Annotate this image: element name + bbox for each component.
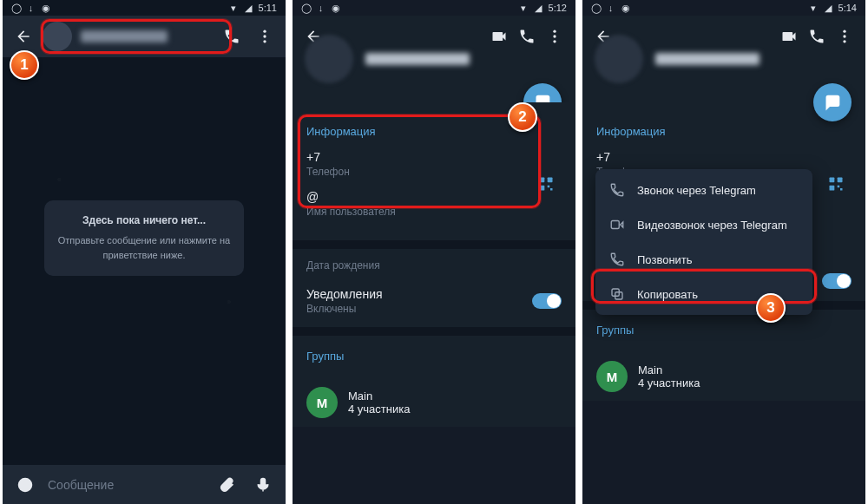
more-button[interactable] (831, 23, 858, 50)
empty-body: Отправьте сообщение или нажмите на приве… (56, 233, 232, 262)
svg-point-15 (843, 30, 845, 33)
groups-title: Группы (306, 350, 562, 363)
screen-chat: ◯ ↓ ◉ ▾ ◢ 5:11 Здесь пока ничего нет... … (3, 0, 286, 504)
svg-rect-19 (838, 178, 843, 183)
clock-text: 5:14 (838, 3, 857, 13)
attach-button[interactable] (213, 471, 240, 499)
notifications-toggle[interactable] (822, 273, 852, 289)
qr-button[interactable] (825, 173, 846, 194)
svg-rect-13 (548, 186, 550, 188)
video-call-button[interactable] (775, 23, 803, 50)
username-value: @ (306, 190, 562, 204)
username-row[interactable]: @ Имя пользователя (306, 190, 562, 218)
svg-rect-22 (840, 188, 843, 191)
more-button[interactable] (541, 23, 569, 50)
whatsapp-icon: ◯ (591, 3, 601, 13)
download-icon: ↓ (316, 3, 326, 13)
wifi-icon: ▾ (229, 3, 239, 13)
notifications-toggle[interactable] (532, 293, 562, 309)
context-menu: Звонок через Telegram Видеозвонок через … (595, 169, 812, 315)
empty-state-card[interactable]: Здесь пока ничего нет... Отправьте сообщ… (44, 200, 244, 276)
avatar[interactable] (305, 35, 353, 83)
chat-title-area[interactable] (43, 22, 213, 51)
ctx-label: Позвонить (637, 253, 693, 266)
back-button[interactable] (10, 23, 37, 50)
svg-point-9 (553, 40, 556, 43)
svg-point-0 (263, 30, 266, 33)
notifications-row[interactable]: Уведомления Включены (293, 275, 575, 327)
screen-context-menu: ◯ ↓ ◉ ▾ ◢ 5:14 (582, 0, 865, 504)
svg-point-16 (843, 35, 845, 37)
message-fab[interactable] (813, 83, 852, 121)
svg-point-3 (19, 478, 32, 491)
chat-body: Здесь пока ничего нет... Отправьте сообщ… (3, 57, 286, 465)
divider (293, 240, 575, 249)
viber-icon: ◉ (41, 3, 50, 13)
video-call-button[interactable] (485, 23, 513, 50)
group-avatar: M (596, 361, 628, 392)
ctx-label: Звонок через Telegram (637, 184, 756, 197)
contact-name-blurred (81, 30, 168, 43)
phone-value: +7 (306, 150, 562, 164)
groups-section: Группы (293, 336, 575, 378)
svg-point-2 (263, 40, 266, 43)
svg-rect-14 (550, 188, 553, 191)
divider (293, 327, 575, 336)
ctx-label: Копировать (637, 288, 698, 301)
avatar (43, 22, 72, 51)
signal-icon: ◢ (534, 3, 543, 13)
svg-rect-21 (838, 186, 840, 188)
svg-rect-23 (611, 221, 619, 229)
group-row[interactable]: M Main 4 участника (293, 378, 575, 427)
more-button[interactable] (251, 23, 279, 50)
groups-section: Группы (582, 310, 865, 352)
group-members: 4 участника (348, 403, 410, 416)
whatsapp-icon: ◯ (11, 3, 21, 13)
qr-button[interactable] (536, 173, 556, 194)
group-row[interactable]: M Main 4 участника (582, 352, 865, 401)
svg-point-7 (553, 30, 556, 33)
status-bar: ◯ ↓ ◉ ▾ ◢ 5:11 (3, 0, 286, 16)
svg-point-17 (843, 40, 845, 43)
svg-rect-12 (540, 186, 545, 191)
phone-call-button[interactable] (218, 23, 246, 50)
svg-point-1 (263, 35, 266, 37)
message-input[interactable]: Сообщение (48, 478, 204, 492)
svg-rect-10 (540, 178, 545, 183)
contact-name-blurred (365, 53, 470, 65)
step-badge-2: 2 (508, 102, 537, 132)
info-section-title: Информация (596, 125, 852, 138)
birthday-row[interactable]: Дата рождения (293, 249, 575, 275)
ctx-video-telegram[interactable]: Видеозвонок через Telegram (595, 207, 812, 242)
groups-title: Группы (596, 324, 852, 337)
notifications-state: Включены (306, 303, 383, 315)
signal-icon: ◢ (824, 3, 833, 13)
profile-hero (293, 16, 575, 102)
svg-rect-18 (830, 178, 835, 183)
phone-call-button[interactable] (513, 23, 541, 50)
ctx-label: Видеозвонок через Telegram (637, 219, 787, 232)
username-label: Имя пользователя (306, 206, 562, 218)
svg-rect-11 (548, 178, 553, 183)
phone-row[interactable]: +7 Телефон (306, 150, 562, 178)
chat-header (3, 16, 286, 57)
emoji-button[interactable] (11, 471, 39, 499)
ctx-call[interactable]: Позвонить (595, 242, 812, 277)
message-input-bar: Сообщение (3, 465, 286, 504)
svg-point-5 (27, 482, 29, 484)
profile-hero (582, 16, 865, 102)
viber-icon: ◉ (331, 3, 340, 13)
wifi-icon: ▾ (519, 3, 529, 13)
status-bar: ◯ ↓ ◉ ▾ ◢ 5:14 (582, 0, 865, 16)
group-members: 4 участника (638, 376, 700, 389)
phone-call-button[interactable] (803, 23, 831, 50)
group-avatar: M (306, 387, 338, 418)
wifi-icon: ▾ (809, 3, 819, 13)
group-name: Main (638, 363, 700, 376)
mic-button[interactable] (249, 471, 277, 499)
clock-text: 5:12 (549, 3, 567, 13)
svg-point-4 (23, 482, 24, 484)
avatar[interactable] (595, 35, 643, 83)
svg-point-8 (553, 35, 556, 37)
ctx-call-telegram[interactable]: Звонок через Telegram (595, 173, 812, 207)
